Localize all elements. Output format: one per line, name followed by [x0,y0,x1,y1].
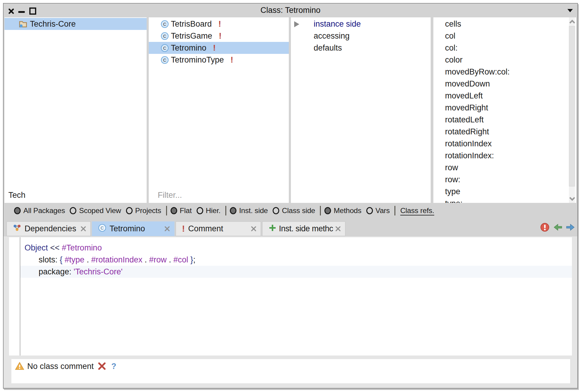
class-icon: C [98,224,106,234]
code-line[interactable]: slots: { #type . #rotationIndex . #row .… [20,254,572,266]
method-item[interactable]: row [433,162,576,174]
class-item-label: TetrominoType [171,55,224,65]
code-line[interactable]: package: 'Techris-Core' [20,266,572,278]
package-item-label: Techris-Core [30,19,76,29]
svg-text:C: C [101,225,104,230]
scroll-down-icon[interactable] [569,196,575,201]
method-item[interactable]: movedRight [433,102,576,114]
method-item[interactable]: movedDown [433,78,576,90]
class-item[interactable]: CTetrominoType! [149,54,289,66]
toolbar-option-class-side[interactable]: Class side [273,206,315,215]
radio-icon[interactable] [230,207,236,214]
toolbar-option-scoped-view[interactable]: Scoped View [70,206,121,215]
method-item-label: type: [445,199,463,203]
class-refs-link[interactable]: Class refs. [400,206,434,215]
method-item[interactable]: color [433,54,576,66]
tab-inst-side-methc[interactable]: Inst. side methc [262,221,345,236]
method-item[interactable]: movedByRow:col: [433,66,576,78]
tab-comment[interactable]: !Comment [176,221,261,236]
method-item-label: rotationIndex [445,139,492,148]
toolbar-separator [166,206,167,215]
toolbar-option-methods[interactable]: Methods [324,206,362,215]
method-item[interactable]: row: [433,174,576,186]
method-item[interactable]: type: [433,197,576,203]
class-item[interactable]: CTetrisGame! [149,30,289,42]
svg-text:C: C [163,22,166,27]
protocol-item-label: accessing [314,31,350,41]
method-item[interactable]: rotatedRight [433,126,576,138]
class-filter-input[interactable]: Filter... [158,191,182,200]
protocol-item[interactable]: accessing [291,30,431,42]
toolbar-option-inst-side[interactable]: Inst. side [230,206,268,215]
class-item[interactable]: CTetrisBoard! [149,18,289,30]
radio-icon[interactable] [366,207,373,214]
scrollbar-thumb[interactable] [569,26,575,186]
class-icon: C [161,32,169,40]
method-item-label: rotationIndex: [445,151,494,160]
tab-close-icon[interactable] [163,226,170,232]
method-item[interactable]: movedLeft [433,90,576,102]
tab-close-icon[interactable] [79,226,86,232]
plus-icon [268,224,276,234]
radio-icon[interactable] [126,207,133,214]
tab-close-icon[interactable] [249,226,256,232]
expand-arrow-placeholder [294,45,299,51]
tab-label: Tetromino [110,224,145,233]
forward-arrow-icon[interactable] [566,224,575,232]
expand-arrow-icon[interactable] [294,21,299,27]
toolbar-separator [394,206,395,215]
svg-text:C: C [163,34,166,39]
radio-icon[interactable] [273,207,279,214]
radio-icon[interactable] [324,207,331,214]
editor-area: Object << #Tetrominoslots: { #type . #ro… [4,236,577,388]
radio-icon[interactable] [197,207,203,214]
method-item-label: rotatedRight [445,127,489,136]
method-item[interactable]: rotationIndex: [433,150,576,162]
protocol-item[interactable]: defaults [291,42,431,54]
method-item-label: movedRight [445,103,488,113]
radio-icon[interactable] [171,207,177,214]
method-item-label: color [445,55,463,65]
toolbar-option-flat[interactable]: Flat [171,206,192,215]
code-editor[interactable]: Object << #Tetrominoslots: { #type . #ro… [9,237,572,355]
remove-icon[interactable] [98,362,106,371]
method-item-label: type [445,187,460,196]
help-icon[interactable]: ? [111,362,116,371]
method-item[interactable]: rotatedLeft [433,114,576,126]
tab-tetromino[interactable]: CTetromino [92,221,174,236]
method-item-label: row [445,163,458,172]
toolbar-option-all-packages[interactable]: All Packages [14,206,65,215]
method-item[interactable]: type [433,186,576,197]
scroll-up-icon[interactable] [569,19,575,24]
browser-toolbar: All PackagesScoped ViewProjectsFlatHier.… [4,203,577,218]
window-menu-arrow-icon[interactable] [567,8,573,14]
class-icon: C [161,20,169,28]
method-item[interactable]: col: [433,42,576,54]
package-item[interactable]: Techris-Core [4,18,147,30]
protocol-item-label: instance side [314,19,361,29]
class-item-label: Tetromino [171,43,207,53]
comment-status-text: No class comment [27,362,94,371]
class-item[interactable]: CTetromino! [149,42,289,54]
protocol-item[interactable]: instance side [291,18,431,30]
code-line[interactable]: Object << #Tetromino [20,242,572,254]
radio-icon[interactable] [14,207,21,214]
radio-icon[interactable] [70,207,76,214]
svg-text:C: C [163,57,166,63]
method-item-label: col: [445,43,458,53]
toolbar-option-projects[interactable]: Projects [126,206,161,215]
error-circle-icon[interactable] [540,223,549,233]
method-item[interactable]: rotationIndex [433,138,576,150]
titlebar[interactable]: Class: Tetromino [4,4,577,17]
toolbar-option-hier-[interactable]: Hier. [197,206,221,215]
tab-close-icon[interactable] [333,226,341,232]
tab-dependencies[interactable]: Dependencies [7,221,91,236]
method-item[interactable]: col [433,30,576,42]
back-arrow-icon[interactable] [554,224,562,232]
method-scrollbar[interactable] [569,17,575,203]
class-icon: C [161,44,169,52]
package-filter-input[interactable]: Tech [8,191,25,200]
method-item[interactable]: cells [433,18,576,30]
toolbar-option-vars[interactable]: Vars [366,206,390,215]
class-comment-bar: No class comment ? [11,359,570,383]
